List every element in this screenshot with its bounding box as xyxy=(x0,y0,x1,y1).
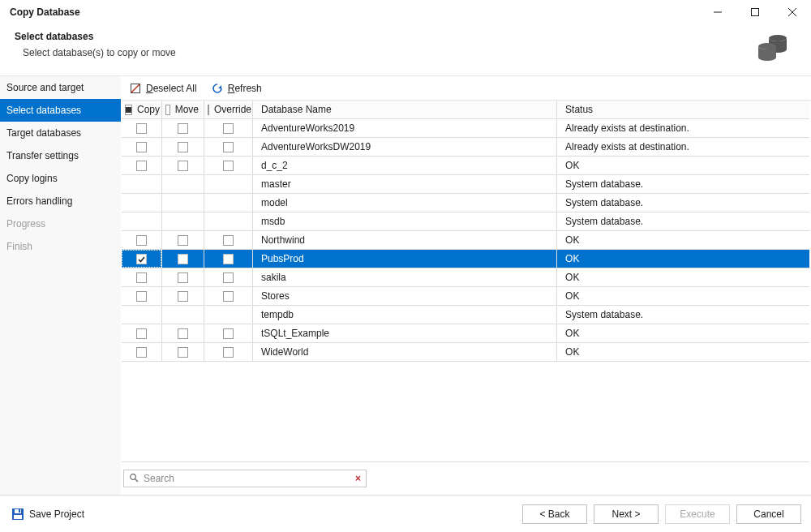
table-row[interactable]: msdbSystem database. xyxy=(122,212,809,231)
svg-rect-11 xyxy=(14,515,22,519)
database-name: AdventureWorksDW2019 xyxy=(261,141,371,152)
wizard-step-source-and-target[interactable]: Source and target xyxy=(0,76,121,99)
move-checkbox[interactable] xyxy=(178,161,188,171)
database-name: model xyxy=(261,197,288,208)
database-name: Stores xyxy=(261,290,290,302)
table-row[interactable]: AdventureWorksDW2019Already exists at de… xyxy=(122,138,809,157)
database-status: OK xyxy=(565,234,579,246)
wizard-step-copy-logins[interactable]: Copy logins xyxy=(0,167,121,190)
save-project-button[interactable]: Save Project xyxy=(8,504,88,524)
move-checkbox[interactable] xyxy=(178,291,188,302)
database-status: System database. xyxy=(565,197,643,208)
database-status: System database. xyxy=(565,309,643,320)
table-row[interactable]: NorthwindOK xyxy=(122,231,809,250)
back-button[interactable]: < Back xyxy=(522,504,587,524)
move-checkbox[interactable] xyxy=(178,347,188,358)
database-status: OK xyxy=(565,346,579,358)
database-name: AdventureWorks2019 xyxy=(261,122,354,134)
wizard-step-select-databases[interactable]: Select databases xyxy=(0,99,121,122)
titlebar: Copy Database xyxy=(0,0,811,24)
clear-search-button[interactable]: × xyxy=(355,473,361,484)
col-header-database-name[interactable]: Database Name xyxy=(253,101,557,118)
grid-toolbar: Deselect All Refresh xyxy=(122,76,811,101)
database-status: OK xyxy=(565,290,579,302)
wizard-step-transfer-settings[interactable]: Transfer settings xyxy=(0,144,121,167)
save-icon xyxy=(11,508,24,521)
override-checkbox[interactable] xyxy=(223,272,234,283)
header-copy-checkbox[interactable] xyxy=(125,105,132,115)
header-move-checkbox[interactable] xyxy=(165,105,170,115)
refresh-button[interactable]: Refresh xyxy=(212,83,262,94)
next-button[interactable]: Next > xyxy=(594,504,659,524)
override-checkbox[interactable] xyxy=(223,161,234,171)
copy-checkbox[interactable] xyxy=(136,142,147,152)
close-button[interactable] xyxy=(774,0,811,24)
maximize-button[interactable] xyxy=(736,0,774,24)
refresh-icon xyxy=(212,83,223,94)
table-row[interactable]: AdventureWorks2019Already exists at dest… xyxy=(122,119,809,138)
table-row[interactable]: modelSystem database. xyxy=(122,194,809,212)
database-status: OK xyxy=(565,272,579,283)
col-header-status[interactable]: Status xyxy=(557,101,809,118)
override-checkbox[interactable] xyxy=(223,347,234,358)
database-name: PubsProd xyxy=(261,253,304,264)
minimize-button[interactable] xyxy=(699,0,736,24)
execute-button[interactable]: Execute xyxy=(665,504,730,524)
cancel-button[interactable]: Cancel xyxy=(736,504,801,524)
move-checkbox[interactable] xyxy=(178,235,188,246)
copy-checkbox[interactable] xyxy=(136,235,147,246)
copy-checkbox[interactable] xyxy=(136,272,147,283)
svg-rect-13 xyxy=(19,509,20,513)
move-checkbox[interactable] xyxy=(178,123,188,134)
wizard-step-errors-handling[interactable]: Errors handling xyxy=(0,190,121,212)
table-row[interactable]: masterSystem database. xyxy=(122,175,809,194)
table-row[interactable]: d_c_2OK xyxy=(122,157,809,175)
database-status: System database. xyxy=(565,216,643,227)
override-checkbox[interactable] xyxy=(223,142,234,152)
col-header-copy[interactable]: Copy xyxy=(122,101,162,118)
move-checkbox[interactable] xyxy=(178,142,188,152)
database-status: Already exists at destination. xyxy=(565,141,689,152)
wizard-header: Select databases Select database(s) to c… xyxy=(0,24,811,75)
window-title: Copy Database xyxy=(10,6,80,18)
database-name: sakila xyxy=(261,272,286,283)
database-status: System database. xyxy=(565,178,643,190)
database-status: OK xyxy=(565,328,579,339)
table-row[interactable]: sakilaOK xyxy=(122,268,809,287)
col-header-move[interactable]: Move xyxy=(162,101,204,118)
copy-checkbox[interactable] xyxy=(136,347,147,358)
move-checkbox[interactable] xyxy=(178,254,188,264)
deselect-icon xyxy=(130,83,141,94)
search-placeholder: Search xyxy=(144,473,355,484)
copy-checkbox[interactable] xyxy=(136,254,147,264)
copy-checkbox[interactable] xyxy=(136,123,147,134)
svg-line-9 xyxy=(135,479,138,482)
search-input[interactable]: Search × xyxy=(123,470,367,487)
table-row[interactable]: PubsProdOK xyxy=(122,250,809,268)
col-header-override[interactable]: Override xyxy=(204,101,253,118)
override-checkbox[interactable] xyxy=(223,291,234,302)
deselect-all-button[interactable]: Deselect All xyxy=(130,83,197,94)
override-checkbox[interactable] xyxy=(223,123,234,134)
table-row[interactable]: WideWorldOK xyxy=(122,343,809,362)
table-row[interactable]: tSQLt_ExampleOK xyxy=(122,324,809,343)
wizard-step-target-databases[interactable]: Target databases xyxy=(0,122,121,144)
grid-header-row: Copy Move Override Database xyxy=(122,101,809,119)
copy-checkbox[interactable] xyxy=(136,291,147,302)
database-icon xyxy=(756,32,790,64)
override-checkbox[interactable] xyxy=(223,328,234,339)
override-checkbox[interactable] xyxy=(223,235,234,246)
wizard-footer: Save Project < Back Next > Execute Cance… xyxy=(0,495,811,532)
copy-checkbox[interactable] xyxy=(136,161,147,171)
table-row[interactable]: StoresOK xyxy=(122,287,809,306)
databases-grid: Copy Move Override Database xyxy=(122,101,809,462)
svg-point-5 xyxy=(758,43,776,49)
move-checkbox[interactable] xyxy=(178,272,188,283)
wizard-step-finish: Finish xyxy=(0,235,121,258)
header-override-checkbox[interactable] xyxy=(208,105,209,115)
override-checkbox[interactable] xyxy=(223,254,234,264)
database-name: WideWorld xyxy=(261,346,308,358)
copy-checkbox[interactable] xyxy=(136,328,147,339)
table-row[interactable]: tempdbSystem database. xyxy=(122,306,809,324)
move-checkbox[interactable] xyxy=(178,328,188,339)
